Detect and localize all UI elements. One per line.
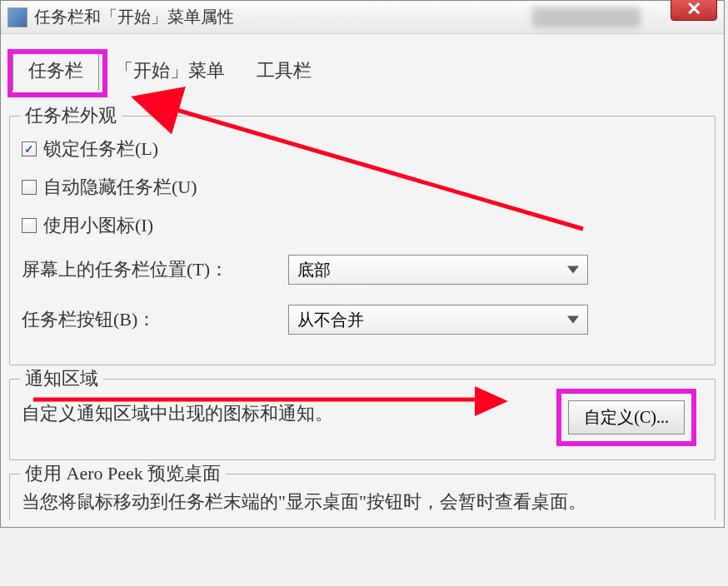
checkbox-label: 锁定任务栏(L) (43, 137, 158, 161)
select-value: 底部 (297, 259, 331, 281)
group-appearance: 任务栏外观 锁定任务栏(L) 自动隐藏任务栏(U) 使用小图标(I) 屏幕上的任… (9, 116, 716, 365)
checkbox-small-icons[interactable] (22, 218, 37, 233)
dialog-window: 任务栏和「开始」菜单属性 ✕ 任务栏 「开始」菜单 工具栏 任务栏外观 锁定任务… (0, 0, 725, 528)
select-value: 从不合并 (297, 309, 364, 331)
label-position: 屏幕上的任务栏位置(T)： (22, 257, 288, 282)
row-position: 屏幕上的任务栏位置(T)： 底部 (22, 245, 703, 295)
checkbox-row-lock: 锁定任务栏(L) (22, 130, 703, 168)
group-title-notify: 通知区域 (20, 366, 103, 391)
label-buttons: 任务栏按钮(B)： (22, 307, 288, 332)
checkbox-row-autohide: 自动隐藏任务栏(U) (22, 168, 703, 206)
blurred-region (532, 7, 641, 27)
group-aero: 使用 Aero Peek 预览桌面 当您将鼠标移动到任务栏末端的"显示桌面"按钮… (9, 474, 716, 520)
select-position[interactable]: 底部 (288, 255, 588, 285)
close-icon: ✕ (686, 0, 701, 20)
tab-label: 任务栏 (28, 60, 83, 81)
tab-label: 「开始」菜单 (115, 60, 225, 81)
button-label: 自定义(C)... (584, 408, 669, 426)
close-button[interactable]: ✕ (671, 0, 717, 21)
group-title-aero: 使用 Aero Peek 预览桌面 (20, 461, 226, 486)
checkbox-autohide[interactable] (22, 180, 37, 195)
tabs: 任务栏 「开始」菜单 工具栏 (1, 34, 724, 91)
checkbox-label: 自动隐藏任务栏(U) (43, 175, 197, 200)
checkbox-label: 使用小图标(I) (43, 213, 153, 238)
row-buttons: 任务栏按钮(B)： 从不合并 (22, 295, 703, 345)
tab-content: 任务栏外观 锁定任务栏(L) 自动隐藏任务栏(U) 使用小图标(I) 屏幕上的任… (1, 91, 724, 527)
tab-label: 工具栏 (257, 60, 312, 81)
customize-button[interactable]: 自定义(C)... (568, 400, 685, 435)
group-title-appearance: 任务栏外观 (20, 103, 122, 128)
window-title: 任务栏和「开始」菜单属性 (34, 6, 234, 28)
titlebar: 任务栏和「开始」菜单属性 ✕ (1, 1, 724, 34)
annotation-highlight-customize: 自定义(C)... (556, 389, 696, 446)
window-icon (7, 7, 27, 27)
select-buttons[interactable]: 从不合并 (288, 305, 588, 335)
checkbox-row-smallicons: 使用小图标(I) (22, 206, 703, 245)
group-notify: 通知区域 自定义通知区域中出现的图标和通知。 自定义(C)... (9, 379, 716, 460)
aero-description: 当您将鼠标移动到任务栏末端的"显示桌面"按钮时，会暂时查看桌面。 (22, 488, 703, 515)
tab-startmenu[interactable]: 「开始」菜单 (99, 51, 241, 91)
tab-taskbar[interactable]: 任务栏 (12, 51, 99, 91)
checkbox-lock-taskbar[interactable] (22, 142, 37, 156)
tab-toolbar[interactable]: 工具栏 (241, 51, 327, 91)
